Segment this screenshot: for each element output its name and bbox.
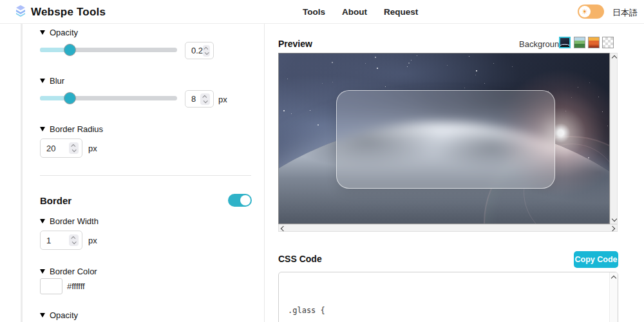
- app-root: #ffffff Webspe Tools Tools About Request…: [0, 0, 644, 322]
- background-thumb-space[interactable]: [559, 37, 571, 48]
- preview-canvas: [278, 53, 610, 224]
- opacity-stepper[interactable]: [203, 45, 210, 57]
- border-radius-input[interactable]: 20: [40, 138, 82, 158]
- css-code-title: CSS Code: [278, 254, 322, 264]
- section-divider: [40, 175, 251, 176]
- left-panel-scrollbar[interactable]: [21, 24, 23, 322]
- scroll-down-icon[interactable]: [611, 216, 616, 222]
- code-vertical-scrollbar[interactable]: [609, 272, 618, 322]
- border-radius-label[interactable]: Border Radius: [40, 124, 103, 134]
- collapse-triangle-icon: [40, 79, 45, 83]
- blur-stepper[interactable]: [200, 93, 210, 105]
- copy-code-button[interactable]: Copy Code: [574, 251, 618, 268]
- collapse-triangle-icon: [40, 219, 45, 223]
- background-thumb-nature[interactable]: [574, 37, 585, 48]
- background-thumb-sunset[interactable]: [588, 37, 600, 48]
- panel-divider: [264, 24, 265, 322]
- border-radius-unit: px: [88, 144, 97, 153]
- border-opacity-label[interactable]: Opacity: [40, 310, 78, 320]
- border-width-label[interactable]: Border Width: [40, 216, 99, 226]
- border-toggle-knob: [240, 195, 251, 205]
- scroll-left-icon[interactable]: [281, 225, 286, 231]
- brand-name: Webspe Tools: [31, 6, 106, 19]
- language-switch[interactable]: 日本語: [612, 7, 638, 19]
- border-radius-stepper[interactable]: [69, 142, 79, 154]
- nav-tools[interactable]: Tools: [303, 7, 325, 17]
- border-width-input[interactable]: 1: [40, 231, 82, 250]
- background-thumb-transparent[interactable]: [602, 37, 614, 48]
- border-width-unit: px: [88, 236, 97, 245]
- brand[interactable]: Webspe Tools: [14, 5, 106, 20]
- blur-slider[interactable]: [40, 96, 177, 100]
- opacity-slider-thumb[interactable]: [64, 44, 76, 56]
- nav-about[interactable]: About: [342, 7, 367, 17]
- opacity-input[interactable]: 0.2: [185, 42, 214, 59]
- collapse-triangle-icon: [40, 127, 45, 131]
- main-nav: Tools About Request: [303, 0, 418, 24]
- header: Webspe Tools Tools About Request ☀ 日本語: [0, 0, 644, 24]
- stepper-down-icon: [205, 50, 209, 55]
- stepper-down-icon: [72, 147, 77, 152]
- css-code-block[interactable]: .glass { background-color: rgba(255, 255…: [278, 272, 618, 322]
- sun-icon: ☀: [582, 8, 588, 15]
- blur-input[interactable]: 8: [185, 90, 214, 108]
- blur-label[interactable]: Blur: [40, 76, 64, 86]
- stepper-down-icon: [72, 240, 77, 244]
- border-color-label[interactable]: Border Color: [40, 267, 97, 276]
- opacity-slider[interactable]: [40, 48, 177, 52]
- theme-toggle-knob: ☀: [579, 6, 591, 17]
- border-color-value: #ffffff: [67, 281, 85, 291]
- border-toggle[interactable]: [228, 194, 252, 207]
- collapse-triangle-icon: [40, 269, 45, 274]
- css-code-text: .glass { background-color: rgba(255, 255…: [288, 280, 497, 322]
- border-color-swatch[interactable]: [40, 278, 62, 294]
- scroll-up-icon[interactable]: [611, 55, 616, 61]
- preview-vertical-scrollbar[interactable]: [610, 53, 618, 224]
- blur-unit: px: [218, 95, 227, 104]
- collapse-triangle-icon: [40, 313, 45, 317]
- blur-slider-thumb[interactable]: [64, 92, 76, 104]
- theme-toggle[interactable]: ☀: [578, 5, 604, 19]
- preview-horizontal-scrollbar[interactable]: [278, 224, 618, 232]
- collapse-triangle-icon: [40, 30, 45, 35]
- nav-request[interactable]: Request: [384, 7, 418, 17]
- glass-preview-panel: [336, 90, 555, 189]
- preview-title: Preview: [278, 39, 312, 49]
- stepper-down-icon: [204, 99, 208, 103]
- border-width-stepper[interactable]: [69, 234, 79, 246]
- logo-icon: [14, 5, 27, 20]
- border-section-title: Border: [40, 195, 71, 206]
- scroll-right-icon[interactable]: [610, 225, 615, 231]
- scroll-up-icon[interactable]: [611, 276, 616, 281]
- opacity-label[interactable]: Opacity: [40, 28, 78, 37]
